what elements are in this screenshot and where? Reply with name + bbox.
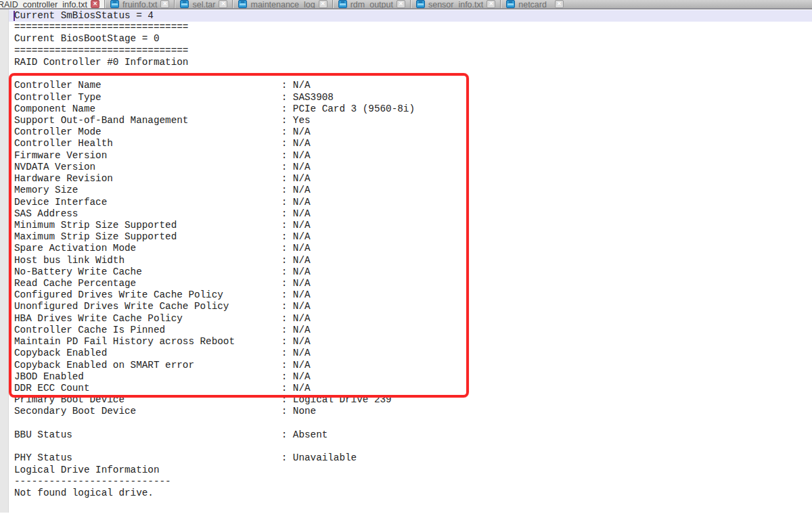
log-line: ============================== [14,45,415,57]
floppy-disk-icon [338,0,347,8]
log-line-kv: Controller Name : N/A [14,80,415,91]
log-line-kv: Controller Type : SAS3908 [14,92,415,103]
bookmark-margin [0,9,9,513]
close-icon[interactable]: ✕ [487,0,495,8]
tab-label: sensor_info.txt [428,0,483,9]
log-line-kv: No-Battery Write Cache : N/A [14,266,415,278]
log-line: RAID Controller #0 Information [14,57,415,68]
tab-rdm-output[interactable]: rdm_output✕ [333,0,411,8]
close-icon[interactable]: ✕ [160,0,169,8]
floppy-disk-icon [416,0,425,8]
log-line-kv: Read Cache Percentage : N/A [14,278,415,289]
log-line [14,68,415,80]
log-line: Not found logical drive. [14,488,415,499]
log-line-kv: Primary Boot Device : Logical Drive 239 [14,394,415,406]
tab-label: RAID_controller_info.txt [0,0,87,9]
close-icon[interactable]: ✕ [555,0,564,8]
log-line-kv: Firmware Version : N/A [14,150,415,162]
close-icon[interactable]: ✕ [91,0,99,8]
log-line-kv: BBU Status : Absent [14,429,415,441]
floppy-disk-icon [110,0,119,8]
log-line-kv: DDR ECC Count : N/A [14,383,415,394]
log-line-kv: Maximum Strip Size Supported : N/A [14,231,415,243]
log-line-kv: Hardware Revision : N/A [14,173,415,185]
log-line-kv: Support Out-of-Band Management : Yes [14,115,415,126]
tab-label: maintenance_log [250,0,315,9]
tab-raid-controller-info-txt[interactable]: RAID_controller_info.txt✕ [0,0,105,8]
log-line-kv: Copyback Enabled on SMART error : N/A [14,360,415,371]
tab-bar: RAID_controller_info.txt✕fruinfo.txt✕sel… [0,0,812,9]
log-line-kv: Host bus link Width : N/A [14,255,415,266]
floppy-disk-icon [238,0,247,8]
log-line: Logical Drive Information [14,465,415,476]
log-line: --------------------------- [14,476,415,488]
log-line: ============================== [14,22,415,33]
log-line-kv: Unonfigured Drives Write Cache Policy : … [14,301,415,312]
log-line-kv: Controller Mode : N/A [14,126,415,138]
text-caret [14,11,15,21]
log-line-kv: Controller Health : N/A [14,138,415,149]
log-line-kv: Copyback Enabled : N/A [14,348,415,359]
floppy-disk-icon [180,0,189,8]
log-line-kv: NVDATA Version : N/A [14,162,415,173]
log-line-kv: Memory Size : N/A [14,185,415,196]
log-line-kv: Secondary Boot Device : None [14,406,415,417]
log-line-kv: Device Interface : N/A [14,197,415,208]
editor: Current SmBiosStatus = 4================… [0,9,812,520]
log-line-kv: HBA Drives Write Cache Policy : N/A [14,313,415,325]
text-area[interactable]: Current SmBiosStatus = 4================… [9,10,415,499]
log-line-kv: Component Name : PCIe Card 3 (9560-8i) [14,103,415,115]
log-line-kv: JBOD Enabled : N/A [14,371,415,383]
log-line-kv: PHY Status : Unavailable [14,452,415,464]
log-line-kv: Maintain PD Fail History across Reboot :… [14,336,415,348]
tab-label: netcard_ [518,0,551,9]
log-line-kv: Spare Activation Mode : N/A [14,243,415,254]
log-line: Current BiosBootStage = 0 [14,33,415,45]
tab-label: fruinfo.txt [122,0,157,9]
tab-maintenance-log[interactable]: maintenance_log✕ [233,0,332,8]
log-line-kv: Configured Drives Write Cache Policy : N… [14,289,415,301]
log-line-kv: SAS Address : N/A [14,208,415,220]
tab-sel-tar[interactable]: sel.tar✕ [175,0,233,8]
tab-label: sel.tar [192,0,215,9]
tab-netcard-[interactable]: netcard_✕ [501,0,812,8]
log-line [14,441,415,452]
log-line-kv: Controller Cache Is Pinned : N/A [14,325,415,336]
tab-label: rdm_output [351,0,393,9]
floppy-disk-icon [506,0,515,8]
tab-fruinfo-txt[interactable]: fruinfo.txt✕ [105,0,175,8]
log-line [14,418,415,429]
log-line-kv: Minimum Strip Size Supported : N/A [14,220,415,231]
close-icon[interactable]: ✕ [397,0,405,8]
close-icon[interactable]: ✕ [219,0,227,8]
log-line: Current SmBiosStatus = 4 [14,10,415,22]
close-icon[interactable]: ✕ [319,0,328,8]
tab-sensor-info-txt[interactable]: sensor_info.txt✕ [411,0,501,8]
